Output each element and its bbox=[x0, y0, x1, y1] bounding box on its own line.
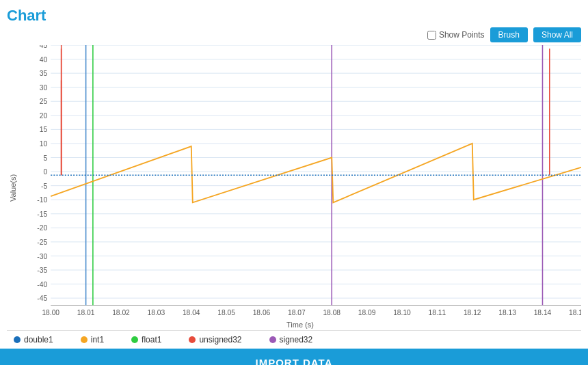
svg-text:18.14: 18.14 bbox=[534, 309, 552, 316]
svg-text:-25: -25 bbox=[37, 239, 47, 246]
svg-text:18.03: 18.03 bbox=[148, 309, 165, 316]
show-points-text: Show Points bbox=[439, 30, 485, 40]
import-data-button[interactable]: IMPORT DATA bbox=[0, 349, 588, 365]
chart-with-axes: 45 40 35 30 25 20 15 10 5 0 -5 -10 -15 -… bbox=[19, 45, 581, 330]
svg-text:-45: -45 bbox=[37, 295, 47, 302]
svg-text:25: 25 bbox=[40, 98, 48, 105]
svg-text:18.02: 18.02 bbox=[112, 309, 130, 316]
svg-text:-20: -20 bbox=[37, 224, 47, 232]
chart-title: Chart bbox=[7, 7, 581, 25]
legend: double1 int1 float1 unsigned32 signed32 bbox=[7, 330, 581, 349]
legend-dot-signed32 bbox=[269, 336, 276, 343]
legend-label-float1: float1 bbox=[142, 335, 161, 344]
svg-text:18.09: 18.09 bbox=[358, 309, 376, 316]
show-points-label[interactable]: Show Points bbox=[427, 30, 485, 40]
legend-dot-double1 bbox=[14, 336, 21, 343]
app: Chart Show Points Brush Show All Value(s… bbox=[0, 0, 588, 365]
svg-text:18.01: 18.01 bbox=[77, 309, 95, 316]
show-all-button[interactable]: Show All bbox=[533, 27, 581, 42]
legend-item-double1: double1 bbox=[14, 335, 53, 344]
legend-dot-int1 bbox=[81, 336, 88, 343]
svg-text:18.11: 18.11 bbox=[429, 309, 446, 316]
y-axis-label: Value(s) bbox=[7, 45, 19, 330]
svg-text:18.13: 18.13 bbox=[498, 309, 516, 316]
svg-text:-15: -15 bbox=[37, 211, 47, 218]
legend-label-double1: double1 bbox=[24, 335, 53, 344]
svg-text:-10: -10 bbox=[37, 196, 47, 204]
svg-text:-30: -30 bbox=[37, 253, 47, 260]
legend-dot-unsigned32 bbox=[189, 336, 196, 343]
svg-text:18.07: 18.07 bbox=[288, 309, 306, 316]
svg-text:10: 10 bbox=[40, 140, 48, 148]
chart-area: Chart Show Points Brush Show All Value(s… bbox=[0, 0, 588, 349]
svg-text:-35: -35 bbox=[37, 267, 47, 274]
svg-text:40: 40 bbox=[40, 56, 48, 64]
x-axis-label: Time (s) bbox=[19, 319, 581, 330]
chart-svg-container: 45 40 35 30 25 20 15 10 5 0 -5 -10 -15 -… bbox=[19, 45, 581, 319]
legend-item-unsigned32: unsigned32 bbox=[189, 335, 241, 344]
svg-text:30: 30 bbox=[40, 84, 48, 92]
legend-label-int1: int1 bbox=[91, 335, 104, 344]
legend-label-signed32: signed32 bbox=[280, 335, 313, 344]
legend-label-unsigned32: unsigned32 bbox=[199, 335, 241, 344]
svg-text:45: 45 bbox=[40, 45, 48, 49]
legend-dot-float1 bbox=[131, 336, 138, 343]
svg-text:18.04: 18.04 bbox=[183, 309, 200, 316]
svg-text:18.10: 18.10 bbox=[393, 309, 411, 316]
svg-text:20: 20 bbox=[40, 112, 48, 120]
show-points-checkbox[interactable] bbox=[427, 31, 436, 40]
chart-svg: 45 40 35 30 25 20 15 10 5 0 -5 -10 -15 -… bbox=[19, 45, 581, 319]
svg-text:18.00: 18.00 bbox=[42, 309, 59, 316]
svg-text:18.08: 18.08 bbox=[323, 309, 340, 316]
svg-text:5: 5 bbox=[43, 154, 47, 162]
svg-text:0: 0 bbox=[43, 168, 47, 176]
toolbar: Show Points Brush Show All bbox=[7, 27, 581, 42]
legend-item-int1: int1 bbox=[81, 335, 104, 344]
svg-text:18.06: 18.06 bbox=[253, 309, 271, 316]
svg-text:18.15: 18.15 bbox=[569, 309, 581, 316]
svg-text:-40: -40 bbox=[37, 281, 47, 288]
legend-item-signed32: signed32 bbox=[269, 335, 313, 344]
svg-text:35: 35 bbox=[40, 70, 48, 77]
svg-text:18.12: 18.12 bbox=[464, 309, 481, 316]
chart-container: Value(s) bbox=[7, 45, 581, 330]
legend-item-float1: float1 bbox=[131, 335, 161, 344]
brush-button[interactable]: Brush bbox=[490, 27, 528, 42]
svg-text:15: 15 bbox=[40, 126, 48, 133]
svg-text:18.05: 18.05 bbox=[217, 309, 235, 316]
svg-text:-5: -5 bbox=[41, 182, 47, 190]
